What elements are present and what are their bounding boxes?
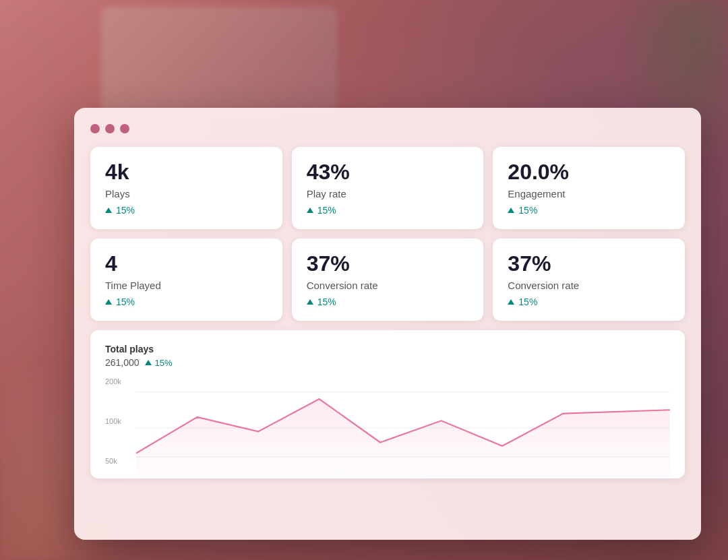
chart-y-50k: 50k [105,457,121,465]
chart-value: 261,000 [105,357,140,368]
chart-card: Total plays 261,000 15% 200k 100k 50k [90,330,685,478]
conversion1-label: Conversion rate [307,280,469,291]
chart-change: 15% [145,358,173,368]
plays-up-icon [105,208,112,213]
engagement-up-icon [508,208,514,213]
metrics-grid-bottom: 4 Time Played 15% 37% Conversion rate 15… [90,239,685,321]
engagement-value: 20.0% [508,160,670,184]
plays-change: 15% [105,205,268,216]
metric-card-plays: 4k Plays 15% [90,147,282,229]
chart-y-labels: 200k 100k 50k [105,377,121,465]
chart-svg-container [136,377,670,478]
chart-svg [136,377,670,478]
chart-area: 200k 100k 50k [105,377,670,478]
play-rate-value: 43% [307,160,469,184]
chart-y-200k: 200k [105,377,121,385]
conversion1-value: 37% [307,252,469,276]
conversion1-change: 15% [307,297,469,307]
conversion2-value: 37% [508,252,670,276]
metric-card-conversion-2: 37% Conversion rate 15% [493,239,685,321]
conversion2-label: Conversion rate [508,280,670,291]
chart-y-100k: 100k [105,417,121,425]
conversion2-up-icon [508,299,514,305]
time-played-label: Time Played [105,280,268,291]
play-rate-label: Play rate [307,188,469,199]
metric-card-conversion-1: 37% Conversion rate 15% [292,239,484,321]
traffic-light-red[interactable] [90,124,100,133]
engagement-label: Engagement [508,188,670,199]
traffic-light-green[interactable] [120,124,129,133]
metric-card-play-rate: 43% Play rate 15% [292,147,484,229]
dashboard-window: 4k Plays 15% 43% Play rate 15% 20.0% Eng… [74,108,701,540]
metrics-grid-top: 4k Plays 15% 43% Play rate 15% 20.0% Eng… [90,147,685,229]
plays-value: 4k [105,160,268,184]
play-rate-change: 15% [307,205,469,216]
metric-card-time-played: 4 Time Played 15% [90,239,282,321]
traffic-lights [90,124,685,133]
play-rate-up-icon [307,208,313,213]
engagement-change: 15% [508,205,670,216]
plays-label: Plays [105,188,268,199]
time-played-up-icon [105,299,112,305]
chart-fill-area [136,400,670,479]
chart-up-icon [145,360,152,365]
traffic-light-yellow[interactable] [105,124,115,133]
chart-subtitle-row: 261,000 15% [105,357,670,368]
time-played-value: 4 [105,252,268,276]
chart-title: Total plays [105,344,670,354]
conversion1-up-icon [307,299,313,305]
metric-card-engagement: 20.0% Engagement 15% [493,147,685,229]
conversion2-change: 15% [508,297,670,307]
time-played-change: 15% [105,297,268,307]
